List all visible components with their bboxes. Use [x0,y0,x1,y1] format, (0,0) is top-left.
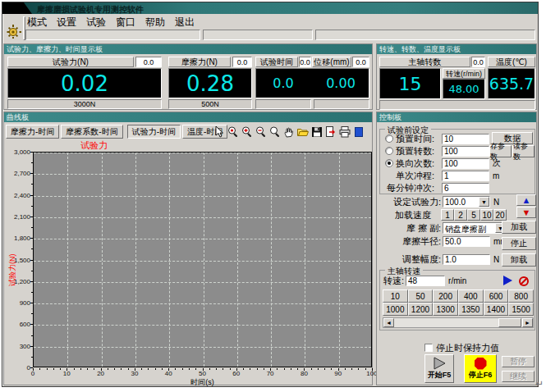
friction-radius-input[interactable] [443,236,490,247]
save-params-button[interactable]: 存参数 [489,145,512,157]
set-force-row: 设定试验力: 100.0 ▼ N [388,196,499,207]
set-force-combo[interactable]: 100.0 ▼ [443,196,490,207]
scroll-right-icon[interactable]: ► [522,318,533,327]
temperature-label: 温度(℃) [488,57,535,67]
menu-item-1[interactable]: 设置 [57,16,76,30]
reversal-count-label: 换向次数: [396,157,442,170]
menu-item-5[interactable]: 退出 [175,16,195,30]
preset-time-input[interactable] [442,134,489,144]
force-down-button[interactable]: ▼ [516,207,536,218]
spindle-group: 主轴转速 转速: r/min 1050200400600800100012001… [379,270,535,330]
load-speed-2-button[interactable]: 2 [454,209,467,221]
curve-tab-1[interactable]: 摩擦系数-时间 [61,125,122,139]
read-params-button[interactable]: 读参数 [512,145,535,157]
app-gear-icon [6,22,22,39]
chart-xlabel: 时间(s) [33,377,372,388]
preset-time-radio[interactable] [385,134,393,143]
spindle-preset-1300-button[interactable]: 1300 [433,303,458,316]
speed-display-panel: 转速、转数、温度显示板 主轴转数 0.0 温度(℃) 15 转速(r/min) … [376,43,537,110]
spindle-preset-200-button[interactable]: 200 [433,289,458,303]
h-gridline [34,325,371,326]
pause-button[interactable]: 暂停 [502,356,535,367]
spindle-preset-400-button[interactable]: 400 [458,289,484,303]
revolutions-peak: 0.0 [471,57,485,67]
v-gridline [169,153,170,367]
set-force-dropdown-icon[interactable]: ▼ [479,197,489,207]
preset-revs-radio[interactable] [385,147,393,155]
load-button[interactable]: 加载 [502,221,536,234]
stop-rect-icon[interactable] [352,125,365,139]
x-tick-label: 60 [227,370,246,377]
open-folder-icon[interactable] [296,125,310,139]
load-speed-5-button[interactable]: 5 [467,209,480,221]
curve-tab-0[interactable]: 摩擦力-时间 [6,125,59,139]
curve-tab-2[interactable]: 试验力-时间 [127,125,181,139]
scroll-left-icon[interactable]: ◄ [383,318,394,327]
select-cursor-icon[interactable] [213,125,226,139]
reversal-count-radio[interactable] [385,159,393,167]
spindle-preset-800-button[interactable]: 800 [508,289,534,303]
y-tick-label: 600 [4,321,30,328]
speed-range-strip [379,100,535,110]
menu-item-0[interactable]: 模式 [27,16,47,30]
h-gridline [34,282,371,283]
stop-button[interactable]: 停止F6 [464,354,497,383]
spindle-preset-10-button[interactable]: 10 [383,289,408,303]
spindle-scrollbar[interactable]: ◄ ► [383,317,534,328]
displacement-peak: 0.0 [352,57,369,67]
reversal-count-input[interactable] [442,158,489,169]
reversal-count-row: 换向次数: 次 [385,157,501,169]
preset-revs-input[interactable] [442,146,489,157]
scroll-thumb[interactable] [498,318,521,327]
spindle-stop-icon[interactable] [519,276,529,286]
spindle-preset-1350-button[interactable]: 1350 [458,303,484,316]
test-force-display: 0.02 [7,68,162,98]
print-icon[interactable] [338,125,351,139]
menu-item-4[interactable]: 帮助 [145,16,165,30]
set-force-value: 100.0 [445,198,466,207]
chart-toolbar [213,125,365,139]
spindle-preset-1000-button[interactable]: 1000 [383,303,408,316]
set-force-unit: N [493,198,499,207]
zoom-icon[interactable] [268,125,282,139]
hold-force-checkbox[interactable] [424,344,433,352]
save-icon[interactable] [310,125,323,139]
friction-pair-combo[interactable]: 销盘摩擦副 ▼ [443,222,507,234]
status-box-2 [315,30,535,40]
test-force-range: 3000N [7,99,162,109]
load-speed-10-button[interactable]: 10 [480,209,493,221]
spindle-start-icon[interactable] [503,276,512,285]
friction-pair-row: 摩 擦 副: 销盘摩擦副 ▼ [388,222,507,234]
start-button[interactable]: 开始F5 [424,354,454,383]
zoom-out-icon[interactable] [255,125,268,139]
adjust-amplitude-row: 调整幅度: N [388,253,499,265]
unload-button[interactable]: 卸载 [502,253,536,267]
stroke-input[interactable] [442,171,489,181]
resume-button[interactable]: 继续 [502,371,535,382]
load-speed-20-button[interactable]: 20 [493,209,507,221]
menu-item-3[interactable]: 窗口 [116,16,135,30]
window-title: 摩擦磨损试验机专用测控软件 [37,4,144,14]
zoom-in-icon[interactable] [241,125,254,139]
y-tick-label: 1,500 [4,257,30,264]
test-force-label: 试验力(N) [7,57,134,67]
load-speed-1-button[interactable]: 1 [441,209,454,221]
spindle-preset-1500-button[interactable]: 1500 [508,303,534,316]
strokes-per-min-input[interactable] [442,183,489,194]
spindle-preset-50-button[interactable]: 50 [408,289,434,303]
stop-load-button[interactable]: 停止 [502,237,536,250]
force-up-button[interactable]: ▲ [516,194,536,206]
spindle-preset-1200-button[interactable]: 1200 [408,303,434,316]
plot-area[interactable] [33,152,372,367]
menu-item-2[interactable]: 试验 [86,16,106,30]
zoom-box-icon[interactable] [227,125,240,139]
pan-hand-icon[interactable] [282,125,296,139]
export-icon[interactable] [324,125,337,139]
v-gridline [67,153,68,367]
spindle-preset-1400-button[interactable]: 1400 [484,303,509,316]
force-display-panel: 试验力、摩擦力、时间显示板 试验力(N) 0.0 0.02 3000N 摩擦力(… [3,43,373,110]
spindle-speed-input[interactable] [406,276,445,286]
spindle-preset-600-button[interactable]: 600 [484,289,509,303]
friction-force-range: 500N [168,99,252,109]
adjust-amplitude-input[interactable] [443,254,490,265]
